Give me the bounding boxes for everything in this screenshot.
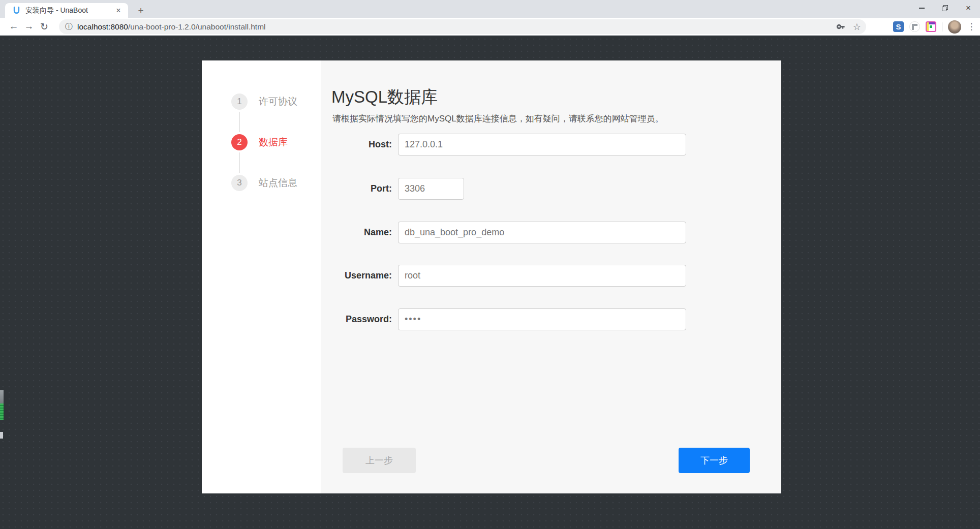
form-row-username: Username:	[321, 265, 686, 287]
database-name-input[interactable]	[398, 222, 686, 243]
form-row-port: Port:	[321, 178, 464, 200]
restore-icon	[942, 5, 948, 11]
steps-sidebar: 1 许可协议 2 数据库 3 站点信息	[202, 60, 321, 493]
url-text: localhost:8080/una-boot-pro-1.2.0/unaboo…	[77, 22, 832, 32]
step-1-label: 许可协议	[259, 95, 297, 108]
step-database[interactable]: 2 数据库	[231, 134, 288, 150]
name-label: Name:	[321, 227, 398, 238]
next-step-button[interactable]: 下一步	[679, 448, 750, 473]
password-input[interactable]	[398, 308, 686, 330]
port-input[interactable]	[398, 178, 464, 200]
form-row-name: Name:	[321, 222, 686, 243]
extensions-area: S ⋮	[893, 18, 976, 36]
edge-widget-green	[0, 403, 4, 420]
window-controls: ×	[910, 0, 980, 16]
step-3-circle: 3	[231, 175, 248, 191]
tab-title: 安装向导 - UnaBoot	[25, 6, 114, 15]
back-button[interactable]: ←	[6, 19, 21, 34]
new-tab-button[interactable]: +	[134, 4, 147, 17]
wizard-main-panel: MySQL数据库 请根据实际情况填写您的MySQL数据库连接信息，如有疑问，请联…	[321, 60, 781, 493]
step-2-label: 数据库	[259, 136, 288, 149]
host-label: Host:	[321, 139, 398, 150]
page-title: MySQL数据库	[331, 86, 438, 109]
browser-tab[interactable]: 安装向导 - UnaBoot ×	[5, 3, 128, 18]
step-3-label: 站点信息	[259, 176, 297, 190]
bookmark-star-icon[interactable]: ☆	[853, 21, 861, 33]
form-row-host: Host:	[321, 134, 686, 155]
edge-widget-gray	[0, 390, 4, 403]
step-connector	[239, 112, 240, 132]
form-row-password: Password:	[321, 308, 686, 330]
profile-avatar[interactable]	[948, 20, 961, 34]
password-label: Password:	[321, 314, 398, 325]
install-wizard-card: 1 许可协议 2 数据库 3 站点信息 MySQL数据库 请根据实际情况填写您的…	[202, 60, 781, 493]
step-2-circle: 2	[231, 134, 248, 150]
step-connector	[239, 152, 240, 173]
unaboot-favicon-icon	[12, 6, 21, 15]
edge-widget-light	[0, 432, 3, 439]
forward-button[interactable]: →	[21, 19, 37, 34]
username-label: Username:	[321, 270, 398, 281]
username-input[interactable]	[398, 265, 686, 287]
step-site-info[interactable]: 3 站点信息	[231, 175, 297, 191]
url-path: /una-boot-pro-1.2.0/unaboot/install.html	[128, 22, 266, 31]
page-background: 1 许可协议 2 数据库 3 站点信息 MySQL数据库 请根据实际情况填写您的…	[0, 36, 980, 529]
url-host: localhost:8080	[77, 22, 128, 31]
extension-colorful-icon[interactable]	[926, 21, 936, 32]
extension-s-icon[interactable]: S	[893, 21, 904, 32]
restore-button[interactable]	[933, 0, 957, 16]
extension-ruler-icon[interactable]	[909, 21, 920, 32]
port-label: Port:	[321, 183, 398, 194]
minimize-button[interactable]	[910, 0, 933, 16]
tab-close-icon[interactable]: ×	[114, 6, 123, 15]
close-button[interactable]: ×	[957, 0, 980, 16]
step-license[interactable]: 1 许可协议	[231, 94, 297, 110]
password-key-icon[interactable]	[836, 22, 846, 32]
browser-titlebar: 安装向导 - UnaBoot × + ×	[0, 0, 980, 18]
page-info-icon[interactable]: ⓘ	[65, 22, 73, 32]
browser-toolbar: ← → ↻ ⓘ localhost:8080/una-boot-pro-1.2.…	[0, 18, 980, 36]
minimize-icon	[919, 8, 925, 8]
step-1-circle: 1	[231, 94, 248, 110]
toolbar-divider	[942, 22, 942, 32]
host-input[interactable]	[398, 134, 686, 155]
reload-button[interactable]: ↻	[37, 19, 52, 34]
previous-step-button[interactable]: 上一步	[343, 448, 416, 473]
page-subtitle: 请根据实际情况填写您的MySQL数据库连接信息，如有疑问，请联系您的网站管理员。	[332, 113, 664, 125]
browser-menu-icon[interactable]: ⋮	[967, 21, 976, 32]
address-bar[interactable]: ⓘ localhost:8080/una-boot-pro-1.2.0/unab…	[59, 19, 866, 34]
